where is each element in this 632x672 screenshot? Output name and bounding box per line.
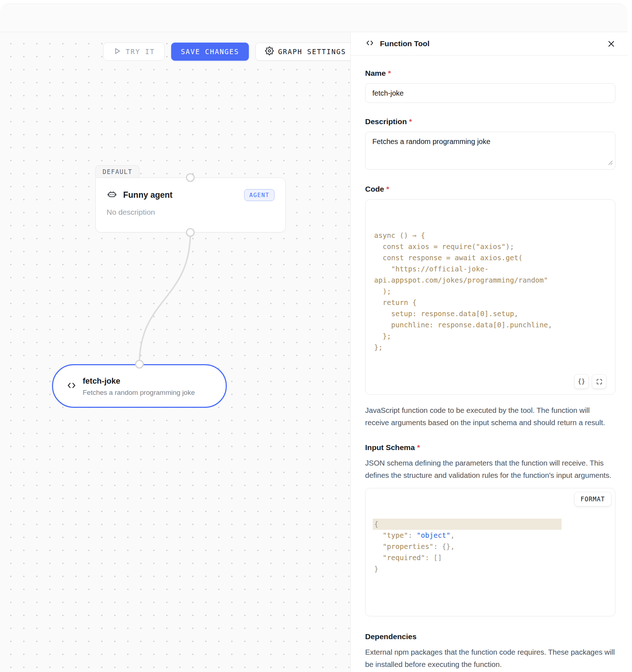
fullscreen-icon[interactable] (592, 374, 606, 389)
group-tab-default[interactable]: DEFAULT (95, 165, 139, 178)
code-icon (365, 38, 375, 49)
description-label: Description* (365, 117, 615, 126)
top-bar (0, 4, 628, 32)
code-editor-content: async () ⇒ { const axios = require("axio… (374, 230, 606, 353)
close-icon[interactable] (605, 37, 618, 50)
resize-grip-icon[interactable] (607, 159, 613, 167)
input-schema-content: { "type": "object", "properties": {}, "r… (374, 519, 606, 575)
agent-node-top-handle[interactable] (186, 173, 195, 182)
required-asterisk: * (417, 443, 420, 451)
input-schema-help-text: JSON schema defining the parameters that… (365, 457, 615, 481)
robot-icon (107, 189, 117, 201)
edge-layer (0, 32, 350, 672)
dependencies-label: Dependencies (365, 632, 615, 641)
agent-badge: AGENT (244, 189, 274, 201)
agent-node-title: Funny agent (123, 190, 238, 200)
tool-node-fetch-joke[interactable]: fetch-joke Fetches a random programming … (52, 364, 227, 408)
agent-node-bottom-handle[interactable] (186, 228, 195, 237)
graph-settings-label: GRAPH SETTINGS (278, 48, 346, 56)
graph-settings-button[interactable]: GRAPH SETTINGS (255, 43, 350, 61)
agent-node-description: No description (107, 208, 274, 217)
required-asterisk: * (388, 69, 391, 77)
panel-body: Name* fetch-joke Description* Fetches a … (351, 56, 628, 672)
description-textarea[interactable]: Fetches a random programming joke (365, 132, 615, 170)
name-input[interactable]: fetch-joke (365, 83, 615, 103)
input-schema-label: Input Schema* (365, 443, 615, 452)
gear-icon (265, 47, 274, 57)
play-icon (113, 47, 121, 57)
dependencies-help-text: External npm packages that the function … (365, 646, 615, 671)
save-changes-label: SAVE CHANGES (181, 48, 239, 56)
app-window: TRY IT SAVE CHANGES GRAPH SETTINGS DEFAU… (0, 4, 628, 672)
try-it-label: TRY IT (126, 48, 155, 56)
try-it-button[interactable]: TRY IT (103, 43, 165, 61)
save-changes-button[interactable]: SAVE CHANGES (171, 43, 249, 61)
code-editor[interactable]: async () ⇒ { const axios = require("axio… (365, 199, 615, 395)
agent-node[interactable]: Funny agent AGENT No description (95, 178, 286, 232)
code-editor-actions: {} (574, 374, 606, 389)
name-label: Name* (365, 69, 615, 78)
code-help-text: JavaScript function code to be executed … (365, 404, 615, 429)
required-asterisk: * (386, 185, 389, 193)
panel-title: Function Tool (380, 39, 599, 48)
name-input-value: fetch-joke (372, 89, 404, 97)
input-schema-editor[interactable]: { "type": "object", "properties": {}, "r… (365, 488, 615, 616)
group-tab-label: DEFAULT (103, 168, 132, 175)
format-button[interactable]: FORMAT (574, 492, 611, 506)
canvas-toolbar: TRY IT SAVE CHANGES GRAPH SETTINGS (103, 43, 350, 61)
code-icon (66, 380, 77, 392)
tool-node-description: Fetches a random programming joke (83, 389, 195, 397)
format-braces-icon[interactable]: {} (574, 374, 589, 389)
required-asterisk: * (409, 117, 412, 126)
flow-canvas[interactable]: TRY IT SAVE CHANGES GRAPH SETTINGS DEFAU… (0, 32, 350, 672)
tool-node-top-handle[interactable] (135, 360, 144, 368)
description-textarea-value: Fetches a random programming joke (372, 138, 490, 145)
function-tool-panel: Function Tool Name* fetch-joke Descripti… (350, 32, 628, 672)
code-label: Code* (365, 185, 615, 193)
edge-agent-to-tool (139, 232, 190, 364)
tool-node-title: fetch-joke (83, 376, 195, 386)
panel-header: Function Tool (351, 32, 628, 56)
